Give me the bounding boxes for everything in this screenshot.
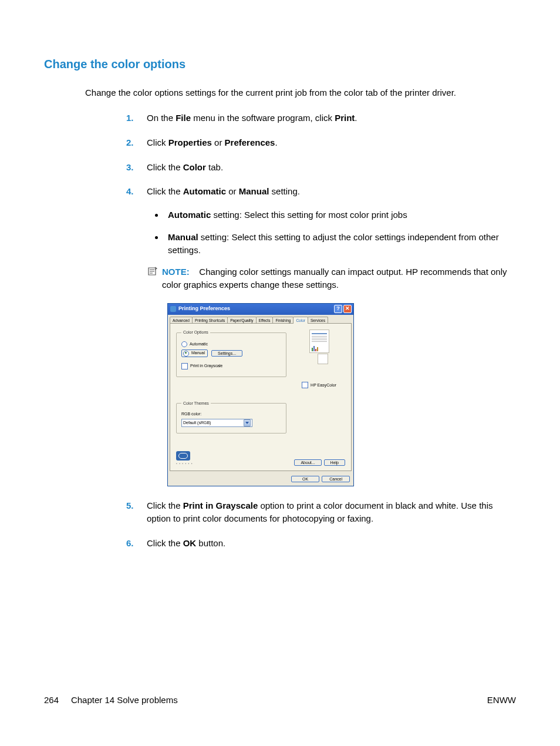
checkbox-icon: [302, 382, 308, 388]
radio-automatic[interactable]: Automatic: [181, 341, 281, 347]
ok-button[interactable]: OK: [291, 476, 319, 482]
group-color-options: Color Options Automatic Manual: [176, 330, 286, 377]
rgb-label: RGB color:: [181, 411, 281, 417]
checkbox-easycolor[interactable]: HP EasyColor: [294, 382, 344, 388]
dialog-title: Printing Preferences: [178, 305, 230, 312]
group-color-themes: Color Themes RGB color: Default (sRGB): [176, 401, 286, 434]
chapter-label: Chapter 14 Solve problems: [71, 695, 178, 705]
close-window-button[interactable]: ✕: [343, 305, 352, 313]
tab-color[interactable]: Color: [293, 317, 308, 324]
help-window-button[interactable]: ?: [334, 305, 342, 313]
step-2: Click Properties or Preferences.: [126, 136, 516, 149]
radio-manual[interactable]: Manual: [181, 350, 208, 357]
note-block: NOTE: Changing color settings manually c…: [147, 266, 516, 291]
hp-logo: • • • • • •: [176, 451, 193, 466]
dialog-titlebar: Printing Preferences ? ✕: [168, 304, 353, 315]
preview-panel: HP EasyColor: [294, 330, 344, 389]
footer-right: ENWW: [487, 695, 516, 705]
app-icon: [170, 306, 176, 312]
document-preview-icon: [309, 330, 329, 353]
about-button[interactable]: About...: [294, 459, 321, 466]
page-footer: 264 Chapter 14 Solve problems ENWW: [0, 695, 560, 705]
cancel-button[interactable]: Cancel: [322, 476, 350, 482]
rgb-color-dropdown[interactable]: Default (sRGB): [181, 419, 252, 427]
page-number: 264: [44, 695, 59, 705]
section-heading: Change the color options: [44, 58, 516, 71]
intro-text: Change the color options settings for th…: [85, 86, 516, 99]
note-icon: [147, 266, 158, 277]
note-text: Changing color settings manually can imp…: [162, 267, 507, 290]
step-4a: Automatic setting: Select this setting f…: [164, 209, 516, 221]
step-5: Click the Print in Grayscale option to p…: [126, 499, 516, 525]
step-4b: Manual setting: Select this setting to a…: [164, 231, 516, 257]
help-button[interactable]: Help: [324, 459, 345, 466]
step-6: Click the OK button.: [126, 537, 516, 550]
checkbox-icon: [181, 363, 188, 369]
page-flip-icon: [318, 354, 328, 364]
note-label: NOTE:: [162, 267, 190, 277]
checkbox-grayscale[interactable]: Print in Grayscale: [181, 363, 281, 369]
dialog-image: Printing Preferences ? ✕ Advanced Printi…: [167, 303, 516, 486]
radio-icon: [181, 341, 187, 347]
chevron-down-icon: [244, 419, 251, 426]
step-3: Click the Color tab.: [126, 161, 516, 174]
radio-icon: [183, 351, 189, 357]
settings-button[interactable]: Settings...: [211, 350, 242, 357]
step-1: On the File menu in the software program…: [126, 112, 516, 125]
step-4: Click the Automatic or Manual setting. A…: [126, 185, 516, 486]
